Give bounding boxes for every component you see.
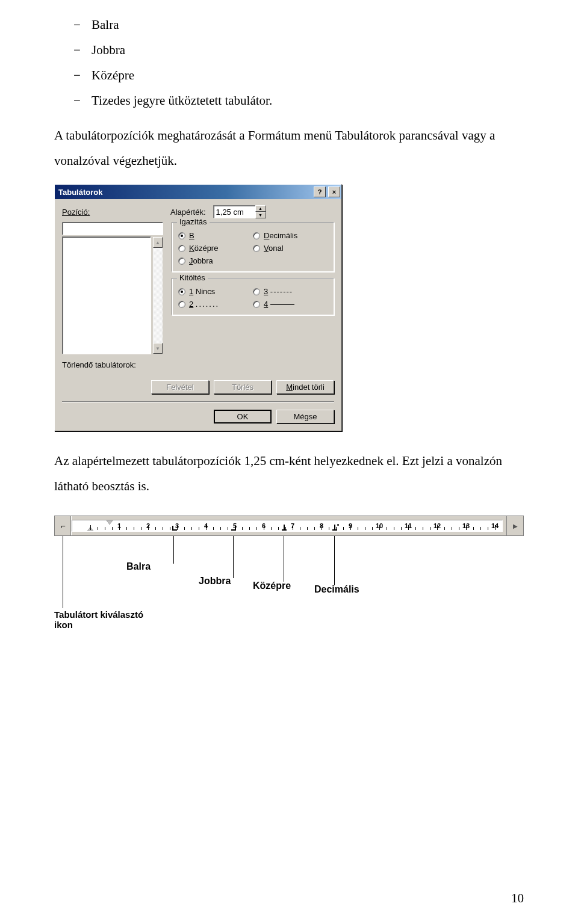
- paragraph: A tabulátorpozíciók meghatározását a For…: [54, 123, 524, 173]
- list-item: −Balra: [54, 12, 524, 37]
- bullet-text: Balra: [92, 12, 119, 37]
- callout-selector: Tabulátort kiválasztó ikon: [54, 609, 143, 630]
- dialog-titlebar: Tabulátorok ? ×: [55, 185, 341, 199]
- list-item: −Tizedes jegyre ütköztetett tabulátor.: [54, 88, 524, 113]
- delete-button[interactable]: Törlés: [214, 380, 272, 394]
- list-item: −Jobbra: [54, 37, 524, 63]
- first-line-indent-icon[interactable]: [106, 520, 113, 525]
- ruler-callouts: Balra Jobbra Középre Decimális Tabulátor…: [54, 536, 524, 638]
- bullet-text: Tizedes jegyre ütköztetett tabulátor.: [92, 88, 272, 113]
- radio-kozepre[interactable]: Középre: [178, 244, 253, 253]
- page-number: 10: [511, 891, 524, 906]
- radio-jobbra[interactable]: Jobbra: [178, 256, 253, 265]
- default-value-input[interactable]: [213, 205, 255, 218]
- tab-selector-icon[interactable]: ⌐: [55, 516, 72, 535]
- group-title: Igazítás: [177, 217, 210, 226]
- default-label: Alapérték:: [170, 208, 206, 217]
- clear-all-button[interactable]: Mindet törli: [276, 380, 334, 394]
- listbox-scrollbar[interactable]: ▲ ▼: [152, 236, 163, 354]
- scroll-up-icon[interactable]: ▲: [153, 237, 163, 248]
- position-input[interactable]: [62, 222, 163, 235]
- alignment-group: Igazítás B Decimális Középre Vonal Jobbr…: [172, 222, 334, 272]
- dialog-title: Tabulátorok: [58, 188, 311, 197]
- group-title: Kitöltés: [177, 273, 208, 282]
- radio-balra[interactable]: B: [178, 231, 253, 240]
- fill-group: Kitöltés 1 Nincs 3 ------- 2 ....... 4: [172, 278, 334, 315]
- clear-label: Törlendő tabulátorok:: [62, 360, 334, 369]
- ruler-scroll-icon[interactable]: ▶: [506, 516, 523, 535]
- cancel-button[interactable]: Mégse: [276, 410, 334, 424]
- default-spinner[interactable]: ▲ ▼: [213, 205, 266, 218]
- radio-decimalis[interactable]: Decimális: [253, 231, 328, 240]
- scroll-down-icon[interactable]: ▼: [153, 343, 163, 354]
- bullet-text: Középre: [92, 63, 134, 88]
- callout-balra: Balra: [126, 561, 151, 572]
- ruler-strip[interactable]: 123456789101112131415: [72, 520, 503, 532]
- position-label: Pozíció:: [62, 208, 163, 217]
- callout-decimalis: Decimális: [314, 584, 359, 595]
- callout-jobbra: Jobbra: [199, 576, 231, 587]
- position-listbox[interactable]: [62, 236, 151, 354]
- paragraph: Az alapértelmezett tabulátorpozíciók 1,2…: [54, 448, 524, 499]
- radio-fill-3[interactable]: 3 -------: [253, 287, 328, 296]
- list-item: −Középre: [54, 63, 524, 88]
- close-button[interactable]: ×: [328, 186, 340, 197]
- ruler-figure: ⌐ 123456789101112131415 ▶ Balra Jobbra K…: [54, 516, 524, 638]
- bullet-list: −Balra −Jobbra −Középre −Tizedes jegyre …: [54, 12, 524, 113]
- ruler: ⌐ 123456789101112131415 ▶: [54, 516, 524, 536]
- callout-kozepre: Középre: [253, 581, 291, 591]
- radio-fill-2[interactable]: 2 .......: [178, 300, 253, 309]
- radio-vonal[interactable]: Vonal: [253, 244, 328, 253]
- radio-fill-4[interactable]: 4: [253, 300, 328, 309]
- tabs-dialog: Tabulátorok ? × Pozíció: Alapérték: ▲ ▼: [54, 184, 342, 431]
- help-button[interactable]: ?: [314, 186, 326, 197]
- bullet-text: Jobbra: [92, 37, 125, 63]
- radio-fill-1[interactable]: 1 Nincs: [178, 287, 253, 296]
- spin-down-icon[interactable]: ▼: [255, 212, 266, 218]
- ok-button[interactable]: OK: [214, 410, 272, 424]
- add-button[interactable]: Felvétel: [151, 380, 209, 394]
- spin-up-icon[interactable]: ▲: [255, 205, 266, 212]
